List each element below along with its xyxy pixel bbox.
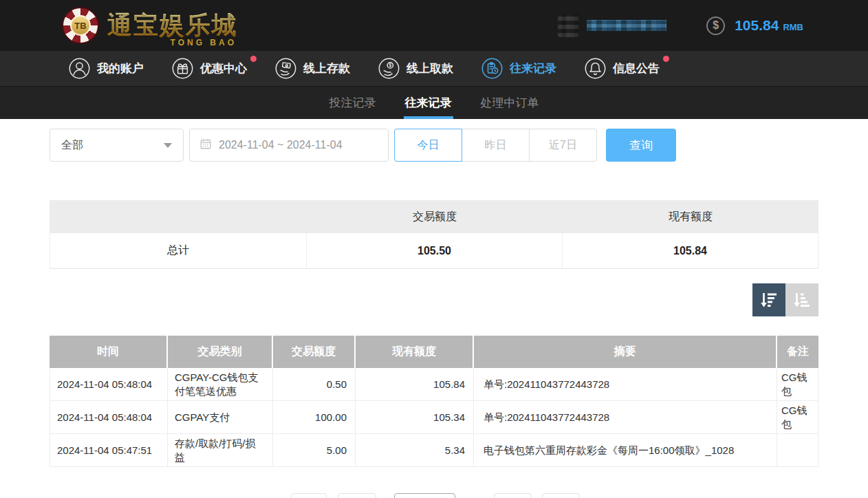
- nav-item-my-account[interactable]: 我的账户: [68, 57, 144, 80]
- nav-item-transactions[interactable]: 往来记录: [481, 57, 556, 80]
- cell-amount: 5.00: [273, 434, 356, 466]
- pagination: « ‹ › »: [291, 493, 580, 498]
- chevron-down-icon: [164, 143, 172, 148]
- cell-time: 2024-11-04 05:48:04: [50, 368, 168, 400]
- cell-summary: 单号:202411043772443728: [474, 401, 777, 433]
- user-icon: [68, 57, 91, 80]
- date-range-input[interactable]: 2024-11-04 ~ 2024-11-04: [189, 129, 389, 162]
- next-page-button[interactable]: ›: [494, 493, 532, 498]
- yesterday-button[interactable]: 昨日: [462, 129, 530, 162]
- col-header-note: 备注: [777, 336, 818, 368]
- cell-time: 2024-11-04 05:48:04: [50, 401, 168, 433]
- cell-amount: 0.50: [273, 368, 356, 400]
- nav-item-label: 往来记录: [510, 61, 556, 76]
- summary-table: 交易额度 现有额度 总计 105.50 105.84: [50, 200, 818, 269]
- calendar-icon: [199, 138, 212, 153]
- nav-item-label: 我的账户: [97, 61, 144, 76]
- cell-type: CGPAY-CG钱包支付笔笔送优惠: [168, 368, 273, 400]
- date-range-value: 2024-11-04 ~ 2024-11-04: [219, 139, 343, 151]
- table-row: 2024-11-04 05:48:04 CGPAY-CG钱包支付笔笔送优惠 0.…: [50, 368, 818, 401]
- summary-header-balance: 现有额度: [563, 200, 818, 233]
- deposit-icon: [274, 57, 297, 80]
- notification-dot: [250, 56, 257, 62]
- cell-note: CG钱包: [777, 401, 818, 433]
- cell-type: CGPAY支付: [168, 401, 273, 433]
- col-header-time: 时间: [50, 336, 168, 368]
- site-title: 通宝娱乐城: [107, 12, 238, 39]
- cell-summary: 单号:202411043772443728: [474, 368, 777, 400]
- bell-icon: [584, 57, 607, 80]
- cell-time: 2024-11-04 05:47:51: [50, 434, 168, 466]
- top-header: TB 通宝娱乐城 TONG BAO $ 105.84 RMB: [0, 0, 868, 51]
- summary-total-label: 总计: [50, 233, 307, 268]
- nav-item-announcements[interactable]: 信息公告: [584, 57, 660, 80]
- cell-summary: 电子钱包第六重周存款彩金《每周一16:00领取》_1028: [474, 434, 777, 466]
- cell-type: 存款/取款/打码/损益: [168, 434, 273, 466]
- search-button[interactable]: 查询: [606, 129, 676, 162]
- page-number-input[interactable]: [394, 493, 455, 498]
- balance-amount: 105.84: [735, 17, 779, 34]
- col-header-type: 交易类别: [168, 336, 273, 368]
- svg-text:$: $: [389, 63, 392, 68]
- col-header-summary: 摘要: [474, 336, 777, 368]
- sort-ascending-icon: [792, 290, 812, 310]
- tab-betting-records[interactable]: 投注记录: [328, 87, 378, 119]
- main-nav: 我的账户 优惠中心 线上存款 $: [0, 51, 868, 86]
- balance-currency: RMB: [783, 22, 803, 32]
- notification-dot: [663, 56, 669, 62]
- tab-pending-orders[interactable]: 处理中订单: [479, 87, 541, 119]
- record-tabs: 投注记录 往来记录 处理中订单: [0, 86, 868, 119]
- table-row: 2024-11-04 05:48:04 CGPAY支付 100.00 105.3…: [50, 401, 818, 434]
- sort-descending-button[interactable]: [752, 283, 785, 316]
- avatar-pixelated: [558, 14, 578, 37]
- cell-note: CG钱包: [777, 368, 818, 400]
- last-page-button[interactable]: »: [542, 493, 580, 498]
- col-header-balance: 现有额度: [356, 336, 474, 368]
- col-header-amount: 交易额度: [273, 336, 356, 368]
- site-logo[interactable]: TB 通宝娱乐城 TONG BAO: [62, 7, 238, 44]
- filter-bar: 全部 2024-11-04 ~ 2024-11-04 今日 昨日 近7日 查询: [50, 129, 818, 162]
- sort-controls: [50, 283, 818, 316]
- cell-amount: 100.00: [273, 401, 356, 433]
- sort-descending-icon: [759, 290, 779, 310]
- nav-item-promotions[interactable]: 优惠中心: [171, 57, 247, 80]
- table-row: 2024-11-04 05:47:51 存款/取款/打码/损益 5.00 5.3…: [50, 434, 818, 466]
- cell-note: [777, 434, 818, 466]
- cell-balance: 5.34: [356, 434, 474, 466]
- cell-balance: 105.34: [356, 401, 474, 433]
- sort-ascending-button[interactable]: [785, 283, 818, 316]
- records-icon: [481, 57, 503, 80]
- gift-icon: [171, 57, 194, 80]
- transactions-table: 时间 交易类别 交易额度 现有额度 摘要 备注 2024-11-04 05:48…: [50, 336, 818, 467]
- chip-monogram: TB: [70, 15, 91, 36]
- cell-balance: 105.84: [356, 368, 474, 400]
- site-subtitle: TONG BAO: [171, 38, 237, 47]
- nav-item-deposit[interactable]: 线上存款: [274, 57, 350, 80]
- table-header-row: 时间 交易类别 交易额度 现有额度 摘要 备注: [50, 336, 818, 368]
- withdraw-icon: $: [378, 57, 400, 80]
- summary-total-transaction: 105.50: [307, 233, 563, 268]
- dollar-coin-icon: $: [706, 17, 725, 35]
- previous-page-button[interactable]: ‹: [338, 493, 376, 498]
- today-button[interactable]: 今日: [394, 129, 462, 162]
- type-select[interactable]: 全部: [50, 129, 184, 162]
- type-select-value: 全部: [61, 138, 83, 153]
- summary-total-balance: 105.84: [563, 233, 818, 268]
- summary-header-empty: [50, 200, 307, 233]
- quick-date-group: 今日 昨日 近7日: [394, 129, 597, 162]
- nav-item-label: 优惠中心: [200, 61, 247, 76]
- nav-item-label: 信息公告: [613, 61, 660, 76]
- nav-item-label: 线上存款: [303, 61, 350, 76]
- tab-transaction-records[interactable]: 往来记录: [404, 87, 453, 119]
- first-page-button[interactable]: «: [291, 493, 327, 498]
- nav-item-withdraw[interactable]: $ 线上取款: [378, 57, 453, 80]
- summary-header-transaction: 交易额度: [307, 200, 563, 233]
- poker-chip-icon: TB: [62, 7, 99, 44]
- last7days-button[interactable]: 近7日: [529, 129, 597, 162]
- username-redacted: [587, 20, 666, 31]
- nav-item-label: 线上取款: [406, 61, 453, 76]
